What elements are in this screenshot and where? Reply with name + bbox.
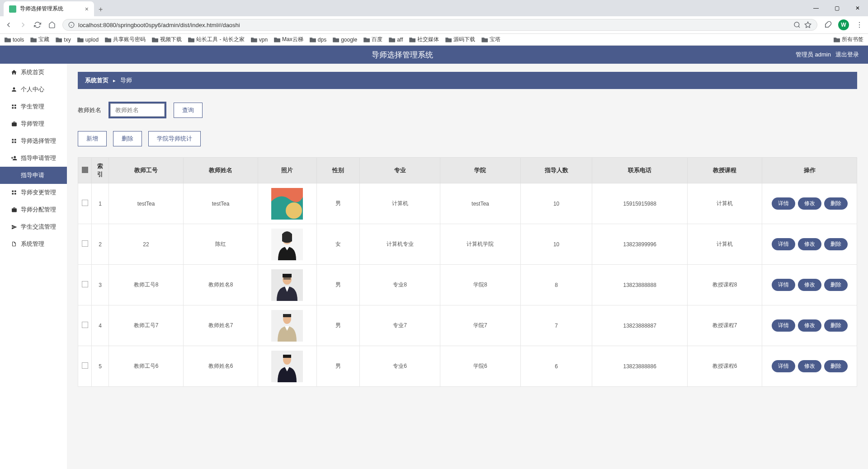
bookmark-item[interactable]: 宝藏	[30, 36, 49, 43]
svg-rect-16	[14, 141, 16, 143]
close-window-button[interactable]: ✕	[847, 0, 868, 16]
row-delete-button[interactable]: 删除	[824, 238, 848, 250]
menu-icon[interactable]	[855, 21, 863, 29]
bookmark-item[interactable]: google	[333, 36, 357, 43]
cell-ops: 详情修改删除	[762, 265, 857, 305]
sidebar-item-label: 学生交流管理	[21, 223, 56, 231]
row-checkbox[interactable]	[82, 200, 88, 206]
sidebar-item-9[interactable]: 学生交流管理	[0, 218, 67, 235]
add-button[interactable]: 新增	[78, 131, 107, 146]
cell-count: 7	[520, 305, 592, 346]
back-icon[interactable]	[5, 21, 13, 29]
table-row: 1testTeatestTea男计算机testTea1015915915988计…	[78, 183, 857, 224]
detail-button[interactable]: 详情	[772, 319, 795, 332]
edit-button[interactable]: 修改	[798, 360, 821, 372]
all-bookmarks-button[interactable]: 所有书签	[834, 36, 863, 43]
edit-button[interactable]: 修改	[798, 197, 821, 210]
row-checkbox[interactable]	[82, 362, 88, 369]
row-delete-button[interactable]: 删除	[824, 319, 848, 332]
teacher-photo	[271, 351, 303, 382]
cell-count: 6	[520, 346, 592, 387]
bookmark-item[interactable]: uplod	[77, 36, 99, 43]
extensions-icon[interactable]	[824, 21, 832, 29]
svg-rect-18	[14, 191, 16, 192]
tab-close-icon[interactable]: ×	[85, 5, 89, 13]
sidebar-item-1[interactable]: 个人中心	[0, 81, 67, 98]
star-icon[interactable]	[804, 21, 811, 28]
sidebar-item-0[interactable]: 系统首页	[0, 64, 67, 81]
bookmark-label: 社交媒体	[417, 36, 439, 43]
forward-icon[interactable]	[19, 21, 27, 29]
bookmark-bar: tools宝藏txyuplod共享账号密码视频下载站长工具 - 站长之家vpnM…	[0, 34, 868, 46]
folder-icon	[274, 37, 280, 42]
logout-link[interactable]: 退出登录	[835, 51, 859, 59]
delete-button[interactable]: 删除	[113, 131, 142, 146]
bookmark-item[interactable]: vpn	[251, 36, 268, 43]
new-tab-button[interactable]: +	[94, 3, 107, 16]
select-all-checkbox[interactable]	[82, 167, 88, 173]
stats-button[interactable]: 学院导师统计	[148, 131, 201, 146]
profile-avatar[interactable]: W	[838, 19, 849, 30]
svg-line-4	[798, 26, 800, 28]
bookmark-label: Max云梯	[282, 36, 303, 43]
bookmark-item[interactable]: txy	[56, 36, 71, 43]
breadcrumb-home[interactable]: 系统首页	[85, 76, 108, 84]
detail-button[interactable]: 详情	[772, 238, 795, 250]
reload-icon[interactable]	[33, 21, 42, 29]
svg-rect-11	[12, 107, 14, 109]
sidebar-item-8[interactable]: 导师分配管理	[0, 201, 67, 218]
row-checkbox[interactable]	[82, 281, 88, 287]
query-button[interactable]: 查询	[174, 103, 203, 118]
row-delete-button[interactable]: 删除	[824, 197, 848, 210]
edit-button[interactable]: 修改	[798, 238, 821, 250]
row-select-cell	[78, 265, 92, 305]
table-header: 联系电话	[592, 158, 688, 183]
bookmark-item[interactable]: tools	[5, 36, 24, 43]
svg-rect-17	[12, 191, 14, 192]
sidebar-item-3[interactable]: 导师管理	[0, 115, 67, 132]
bookmark-item[interactable]: 源码下载	[445, 36, 475, 43]
bookmark-item[interactable]: Max云梯	[274, 36, 303, 43]
maximize-button[interactable]: ▢	[826, 0, 847, 16]
cell-count: 10	[520, 183, 592, 224]
teacher-photo	[271, 310, 303, 342]
sidebar-item-10[interactable]: 系统管理	[0, 235, 67, 253]
cell-photo	[258, 305, 316, 346]
bookmark-item[interactable]: 百度	[363, 36, 382, 43]
browser-tab[interactable]: 导师选择管理系统 ×	[4, 1, 94, 16]
table-header: 照片	[258, 158, 316, 183]
bookmark-label: vpn	[259, 37, 268, 43]
sidebar-item-6[interactable]: 指导申请	[0, 167, 67, 184]
cell-ops: 详情修改删除	[762, 346, 857, 387]
home-icon[interactable]	[48, 21, 56, 29]
row-checkbox[interactable]	[82, 322, 88, 328]
file-icon	[11, 241, 17, 247]
row-delete-button[interactable]: 删除	[824, 279, 848, 291]
detail-button[interactable]: 详情	[772, 279, 795, 291]
sidebar-item-7[interactable]: 导师变更管理	[0, 184, 67, 201]
detail-button[interactable]: 详情	[772, 197, 795, 210]
teacher-name-input[interactable]	[110, 103, 165, 117]
row-delete-button[interactable]: 删除	[824, 360, 848, 372]
edit-button[interactable]: 修改	[798, 279, 821, 291]
bookmark-item[interactable]: 共享账号密码	[105, 36, 146, 43]
bookmark-item[interactable]: 社交媒体	[409, 36, 439, 43]
bookmark-item[interactable]: dps	[310, 36, 326, 43]
zoom-icon[interactable]	[793, 21, 801, 28]
sidebar-item-5[interactable]: 指导申请管理	[0, 150, 67, 167]
row-checkbox[interactable]	[82, 240, 88, 247]
bookmark-item[interactable]: 宝塔	[481, 36, 500, 43]
svg-marker-5	[805, 22, 811, 28]
edit-button[interactable]: 修改	[798, 319, 821, 332]
bookmark-label: txy	[64, 37, 71, 43]
bookmark-item[interactable]: 站长工具 - 站长之家	[188, 36, 245, 43]
detail-button[interactable]: 详情	[772, 360, 795, 372]
minimize-button[interactable]: —	[806, 0, 826, 16]
address-bar[interactable]: localhost:8080/springboot0spy6/admin/dis…	[62, 19, 817, 31]
table-header: 索引	[92, 158, 109, 183]
sidebar-item-2[interactable]: 学生管理	[0, 98, 67, 115]
bookmark-item[interactable]: 视频下载	[152, 36, 182, 43]
bookmark-item[interactable]: aff	[389, 36, 403, 43]
sidebar-item-4[interactable]: 导师选择管理	[0, 132, 67, 150]
grid-icon	[11, 189, 17, 196]
